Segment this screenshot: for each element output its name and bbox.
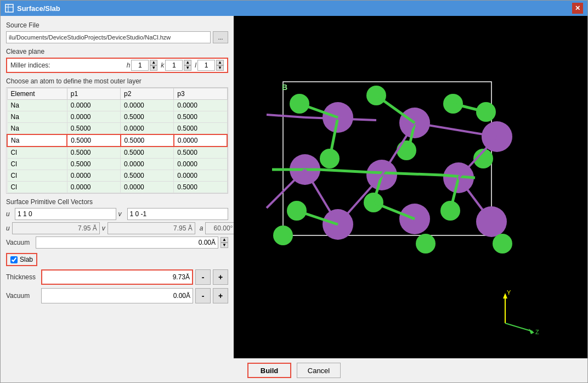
cell-element: Cl: [7, 170, 67, 182]
alpha-label: a: [200, 224, 203, 232]
miller-indices-label: Miller indices:: [10, 61, 50, 69]
slab-section: Slab Thickness - + Vacuum - +: [6, 253, 228, 303]
vacuum-up-btn[interactable]: ▲: [220, 237, 228, 243]
vacuum-label: Vacuum: [6, 239, 33, 246]
slab-vacuum-plus-btn[interactable]: +: [213, 288, 228, 303]
svg-line-35: [267, 115, 305, 117]
slab-vacuum-label: Vacuum: [6, 292, 39, 300]
atom-table-label: Choose an atom to define the most outer …: [6, 77, 228, 85]
u-magnitude-input: [12, 222, 100, 234]
svg-rect-0: [5, 4, 13, 12]
window-icon: [5, 4, 14, 13]
cell-p2: 0.0000: [121, 123, 174, 135]
vacuum-row: Vacuum ▲ ▼: [6, 236, 228, 249]
svg-line-28: [319, 170, 371, 172]
cell-p1: 0.5000: [67, 134, 120, 147]
k-down-btn[interactable]: ▼: [184, 65, 191, 71]
titlebar: Surface/Slab ✕: [1, 1, 587, 16]
k-spinner: ▲ ▼: [184, 60, 191, 71]
v-mag-label: v: [102, 224, 105, 232]
svg-line-36: [305, 117, 376, 120]
thickness-row: Thickness - +: [6, 269, 228, 285]
cell-p3: 0.5000: [174, 111, 227, 123]
cell-p3: 0.5000: [174, 147, 227, 159]
table-row[interactable]: Na0.50000.50000.0000: [7, 134, 227, 147]
cell-p1: 0.0000: [67, 100, 120, 111]
atom-table-wrapper[interactable]: Element p1 p2 p3 Na0.00000.00000.0000Na0…: [6, 87, 228, 194]
table-row[interactable]: Cl0.00000.00000.5000: [7, 182, 227, 193]
k-input[interactable]: [165, 60, 183, 71]
vacuum-input[interactable]: [36, 236, 218, 249]
cell-p2: 0.5000: [121, 134, 174, 147]
u-label: u: [6, 210, 13, 218]
surface-vectors-section: Surface Primitive Cell Vectors u v: [6, 198, 228, 249]
vacuum-spinner: ▲ ▼: [220, 237, 228, 248]
col-element: Element: [7, 88, 67, 100]
cell-p1: 0.0000: [67, 182, 120, 193]
cell-element: Na: [7, 134, 67, 147]
cell-p3: 0.5000: [174, 123, 227, 135]
close-button[interactable]: ✕: [572, 3, 583, 14]
l-spinner: ▲ ▼: [216, 60, 224, 71]
cell-p3: 0.0000: [174, 100, 227, 111]
cell-p1: 0.5000: [67, 159, 120, 170]
cell-p1: 0.5000: [67, 147, 120, 159]
table-row[interactable]: Na0.00000.00000.0000: [7, 100, 227, 111]
k-up-btn[interactable]: ▲: [184, 60, 191, 65]
table-row[interactable]: Na0.50000.00000.5000: [7, 123, 227, 135]
table-row[interactable]: Na0.00000.50000.5000: [7, 111, 227, 123]
svg-line-52: [505, 323, 533, 331]
cell-p3: 0.0000: [174, 170, 227, 182]
col-p3: p3: [174, 88, 227, 100]
cancel-button[interactable]: Cancel: [297, 363, 341, 378]
vacuum-down-btn[interactable]: ▼: [220, 243, 228, 248]
thickness-input[interactable]: [41, 269, 193, 285]
slab-checkbox[interactable]: [10, 256, 18, 263]
table-row[interactable]: Cl0.50000.00000.0000: [7, 159, 227, 170]
svg-line-43: [459, 178, 491, 222]
slab-check-container: Slab: [6, 253, 228, 266]
cell-p2: 0.5000: [121, 170, 174, 182]
l-up-btn[interactable]: ▲: [216, 60, 224, 65]
slab-vacuum-input[interactable]: [41, 288, 193, 303]
miller-h-field: h ▲ ▼: [127, 60, 158, 71]
cell-element: Na: [7, 111, 67, 123]
l-down-btn[interactable]: ▼: [216, 65, 224, 71]
vectors-grid: u v: [6, 208, 228, 220]
cell-p2: 0.0000: [121, 182, 174, 193]
h-up-btn[interactable]: ▲: [150, 60, 157, 65]
v-vector-input[interactable]: [127, 208, 229, 220]
thickness-minus-btn[interactable]: -: [195, 269, 211, 285]
slab-check-row: Slab: [6, 253, 37, 266]
cell-p1: 0.0000: [67, 111, 120, 123]
table-row[interactable]: Cl0.50000.50000.5000: [7, 147, 227, 159]
l-input[interactable]: [197, 60, 215, 71]
cleave-plane-label: Cleave plane: [6, 48, 228, 55]
cell-element: Na: [7, 100, 67, 111]
h-input[interactable]: [131, 60, 149, 71]
table-row[interactable]: Cl0.00000.50000.0000: [7, 170, 227, 182]
slab-vacuum-minus-btn[interactable]: -: [195, 288, 211, 303]
cell-element: Na: [7, 123, 67, 135]
v-magnitude-input: [108, 222, 195, 234]
slab-vacuum-row: Vacuum - +: [6, 288, 228, 303]
build-button[interactable]: Build: [247, 363, 291, 378]
h-label: h: [127, 61, 131, 69]
left-panel: Source File ... Cleave plane Miller indi…: [1, 16, 234, 358]
bottom-buttons: Build Cancel: [1, 358, 587, 382]
svg-text:Y: Y: [507, 289, 511, 296]
source-file-section: Source File ...: [6, 21, 228, 43]
cell-element: Cl: [7, 182, 67, 193]
v-label: v: [118, 210, 125, 218]
svg-marker-53: [529, 329, 534, 334]
cell-p3: 0.0000: [174, 134, 227, 147]
atom-table: Element p1 p2 p3 Na0.00000.00000.0000Na0…: [7, 88, 228, 193]
col-p2: p2: [121, 88, 174, 100]
browse-button[interactable]: ...: [213, 31, 228, 43]
u-vector-input[interactable]: [15, 208, 116, 220]
thickness-plus-btn[interactable]: +: [213, 269, 228, 285]
h-down-btn[interactable]: ▼: [150, 65, 157, 71]
cell-p2: 0.0000: [121, 159, 174, 170]
cell-p2: 0.0000: [121, 100, 174, 111]
file-path-input[interactable]: [6, 31, 211, 43]
